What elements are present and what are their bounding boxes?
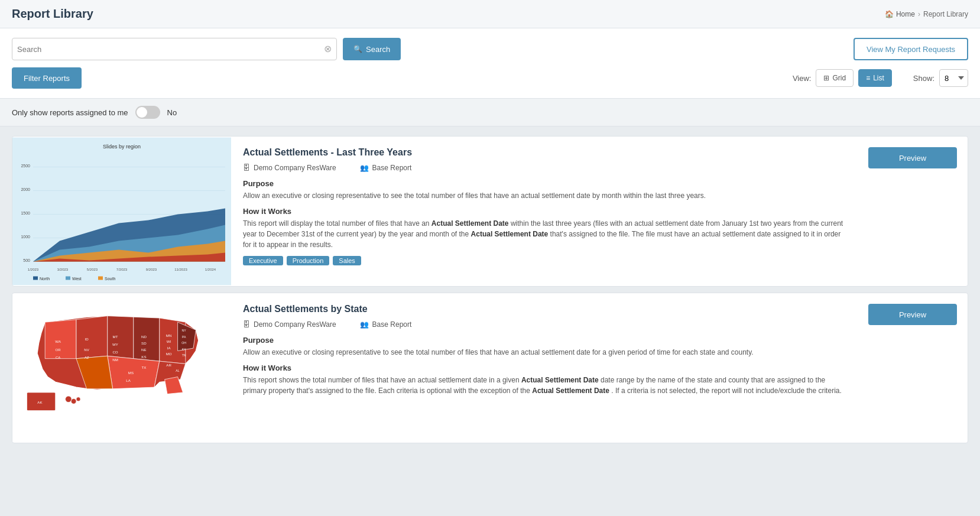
svg-rect-25 (66, 277, 70, 280)
svg-text:LA: LA (126, 378, 131, 382)
svg-marker-34 (134, 317, 160, 361)
report-title-2: Actual Settlements by State (243, 304, 849, 314)
view-toggle: View: ⊞ Grid ≡ List (793, 69, 892, 87)
svg-text:KY: KY (182, 348, 187, 351)
meta-company-2: 🗄 Demo Company ResWare (243, 320, 336, 329)
toggle-label: Only show reports assigned to me (12, 108, 128, 117)
view-requests-button[interactable]: View My Report Requests (854, 38, 968, 60)
svg-point-44 (76, 397, 80, 401)
toggle-row: Only show reports assigned to me No (0, 99, 980, 126)
svg-text:500: 500 (23, 258, 30, 262)
svg-text:3/2023: 3/2023 (57, 268, 69, 271)
svg-text:North: North (40, 277, 50, 281)
report-body-2: Actual Settlements by State 🗄 Demo Compa… (231, 293, 861, 443)
tag-sales: Sales (333, 256, 361, 265)
svg-text:5/2023: 5/2023 (87, 268, 98, 271)
svg-point-42 (66, 396, 72, 403)
how-text-2: This report shows the total number of fi… (243, 375, 849, 396)
svg-text:1000: 1000 (21, 235, 30, 239)
list-icon: ≡ (866, 74, 870, 82)
page-header: Report Library 🏠 Home › Report Library (0, 0, 980, 28)
svg-text:9/2023: 9/2023 (146, 268, 157, 271)
filter-reports-button[interactable]: Filter Reports (12, 67, 82, 89)
users-icon: 👥 (360, 164, 369, 172)
search-icon: 🔍 (353, 45, 362, 53)
svg-rect-27 (98, 277, 103, 280)
view-label: View: (793, 74, 812, 83)
preview-button[interactable]: Preview (868, 147, 957, 168)
search-wrap: ⊗ (12, 38, 337, 60)
svg-text:OH: OH (181, 341, 186, 345)
report-type: Base Report (372, 164, 412, 172)
show-select[interactable]: 8 16 24 All (939, 69, 968, 87)
report-body: Actual Settlements - Last Three Years 🗄 … (231, 137, 861, 286)
purpose-label: Purpose (243, 179, 849, 188)
svg-text:MO: MO (166, 352, 172, 356)
svg-text:NY: NY (181, 329, 186, 332)
svg-text:NM: NM (112, 358, 118, 362)
svg-text:KS: KS (141, 355, 146, 359)
svg-text:2500: 2500 (21, 164, 30, 168)
company-name: Demo Company ResWare (254, 164, 336, 172)
svg-rect-0 (12, 138, 231, 285)
svg-text:NV: NV (84, 348, 89, 352)
svg-text:CO: CO (112, 350, 118, 354)
assigned-toggle[interactable] (135, 106, 160, 119)
database-icon-2: 🗄 (243, 320, 250, 329)
list-view-button[interactable]: ≡ List (858, 69, 892, 87)
clear-icon[interactable]: ⊗ (324, 44, 332, 54)
report-type-2: Base Report (372, 320, 412, 329)
report-thumbnail: Slides by region 2500 2000 1500 1000 500 (12, 137, 231, 286)
report-title: Actual Settlements - Last Three Years (243, 147, 849, 158)
svg-text:1500: 1500 (21, 211, 30, 215)
company-name-2: Demo Company ResWare (254, 320, 336, 329)
preview-button-2[interactable]: Preview (868, 304, 957, 325)
breadcrumb-home: 🏠 Home (885, 10, 915, 18)
search-button[interactable]: 🔍 Search (343, 38, 401, 60)
svg-text:Slides by region: Slides by region (103, 144, 141, 150)
home-icon: 🏠 (885, 10, 894, 18)
toolbar-row2: Filter Reports View: ⊞ Grid ≡ List Show:… (12, 67, 968, 89)
svg-text:ND: ND (141, 335, 147, 339)
meta-type-2: 👥 Base Report (360, 320, 412, 329)
svg-text:NE: NE (141, 348, 147, 352)
report-action-2: Preview (861, 293, 968, 443)
svg-text:AK: AK (37, 400, 43, 404)
how-bold-2-2: Actual Settlement Date (532, 387, 609, 395)
how-text-2-3: . If a criteria is not selected, the rep… (611, 387, 842, 395)
svg-text:WY: WY (112, 342, 118, 346)
how-text-2-1: This report shows the total number of fi… (243, 376, 520, 384)
grid-label: Grid (832, 74, 846, 82)
show-label: Show: (913, 74, 934, 83)
report-thumbnail-2: WA OR CA ID NV AZ MT WY CO NM ND SD NE K… (12, 293, 231, 443)
svg-text:AZ: AZ (85, 355, 89, 359)
report-action: Preview (861, 137, 968, 286)
svg-marker-33 (108, 316, 134, 359)
svg-text:West: West (72, 277, 82, 281)
breadcrumb-current: Report Library (923, 10, 968, 18)
svg-text:7/2023: 7/2023 (116, 268, 128, 271)
grid-view-button[interactable]: ⊞ Grid (816, 69, 854, 87)
report-card: Slides by region 2500 2000 1500 1000 500 (12, 136, 968, 287)
svg-text:AR: AR (166, 363, 171, 367)
svg-text:WA: WA (55, 339, 61, 343)
svg-marker-32 (76, 316, 108, 359)
svg-text:TX: TX (141, 365, 146, 369)
list-label: List (873, 74, 884, 82)
svg-text:2000: 2000 (21, 187, 30, 192)
purpose-content: Allow an executive or closing representa… (243, 192, 706, 200)
svg-text:South: South (105, 277, 115, 281)
search-input[interactable] (17, 45, 324, 54)
how-bold-1: Actual Settlement Date (431, 219, 509, 228)
how-text: This report will display the total numbe… (243, 218, 849, 250)
svg-point-43 (71, 398, 76, 404)
purpose-content-2: Allow an executive or closing representa… (243, 348, 754, 356)
svg-text:IA: IA (167, 346, 171, 350)
meta-type: 👥 Base Report (360, 164, 412, 172)
svg-text:WI: WI (167, 339, 171, 343)
report-tags: Executive Production Sales (243, 256, 849, 265)
svg-text:PA: PA (182, 335, 186, 339)
svg-text:TN: TN (182, 353, 186, 357)
svg-text:1/2024: 1/2024 (205, 268, 216, 271)
svg-rect-23 (33, 277, 38, 280)
